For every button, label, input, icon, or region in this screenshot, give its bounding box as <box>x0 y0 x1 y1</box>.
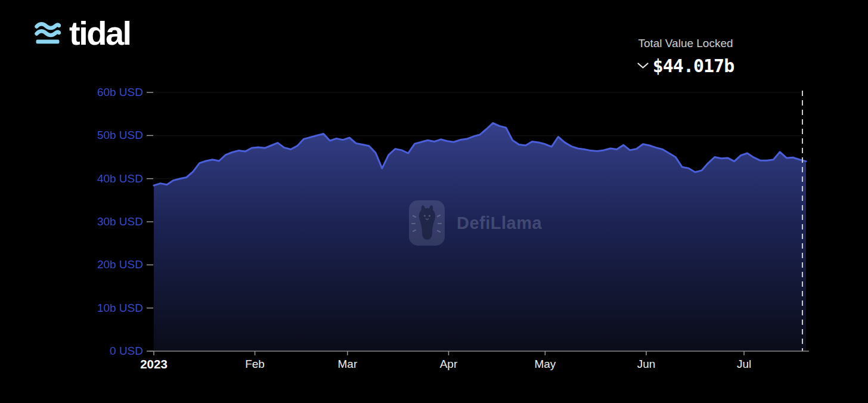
tidal-waves-icon <box>35 21 61 45</box>
x-axis-label: Apr <box>440 358 458 370</box>
x-axis-label: May <box>534 358 556 370</box>
x-axis-label: Feb <box>245 358 265 370</box>
x-axis-label: Jun <box>637 358 656 370</box>
tvl-block: Total Value Locked $44.017b <box>608 37 763 76</box>
x-axis-label: Mar <box>338 358 358 370</box>
tvl-label: Total Value Locked <box>608 37 763 50</box>
defillama-tvl-page: 0 USD10b USD20b USD30b USD40b USD50b USD… <box>0 0 868 403</box>
x-axis-start-label: 2023 <box>140 357 168 371</box>
y-axis-label: 60b USD <box>97 86 143 98</box>
y-axis-label: 40b USD <box>97 172 143 185</box>
tidal-logo[interactable]: tidal <box>35 17 131 50</box>
y-axis-label: 0 USD <box>110 345 143 357</box>
tvl-area-fill <box>154 123 806 351</box>
y-axis-label: 20b USD <box>97 258 143 271</box>
chevron-down-icon[interactable] <box>637 63 649 69</box>
y-axis-label: 30b USD <box>97 215 143 228</box>
y-axis-label: 10b USD <box>97 302 143 314</box>
x-axis-label: Jul <box>737 358 751 370</box>
y-axis-label: 50b USD <box>97 129 143 141</box>
tvl-value: $44.017b <box>653 55 734 76</box>
logo-text: tidal <box>69 17 131 50</box>
